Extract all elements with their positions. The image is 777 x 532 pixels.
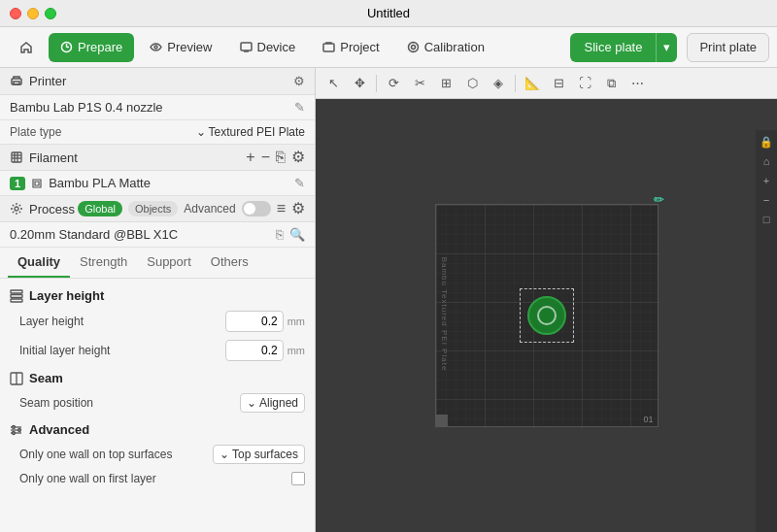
filament-edit-icon[interactable]: ✎ xyxy=(294,176,305,190)
tab-strength[interactable]: Strength xyxy=(70,248,137,278)
global-tag-button[interactable]: Global xyxy=(78,201,122,216)
advanced-icon xyxy=(10,423,23,437)
selection-box xyxy=(520,288,574,343)
filament-section-header: Filament + − ⎘ ⚙ xyxy=(0,145,315,171)
advanced-label: Advanced xyxy=(184,202,235,216)
objects-tag-button[interactable]: Objects xyxy=(128,201,178,216)
process-settings-button[interactable]: ⚙ xyxy=(291,201,305,216)
print-button[interactable]: Print plate xyxy=(687,33,769,62)
canvas-tool-slice[interactable]: ⧉ xyxy=(599,72,623,95)
home-button[interactable] xyxy=(8,33,45,62)
filament-settings-button[interactable]: ⚙ xyxy=(291,150,305,165)
project-label: Project xyxy=(340,40,379,54)
only-one-wall-dropdown[interactable]: ⌄ Top surfaces xyxy=(213,445,305,464)
preview-button[interactable]: Preview xyxy=(138,33,223,62)
canvas-tool-move[interactable]: ✥ xyxy=(348,72,371,95)
main-toolbar: Prepare Preview Device Project Calibrati… xyxy=(0,27,777,68)
profile-search-icon[interactable]: 🔍 xyxy=(289,227,305,242)
canvas-tool-measure[interactable]: 📐 xyxy=(521,72,544,95)
svg-rect-13 xyxy=(12,152,21,162)
tab-others-label: Others xyxy=(211,254,249,269)
minimize-button[interactable] xyxy=(27,8,39,19)
canvas-tool-cut[interactable]: ✂ xyxy=(408,72,431,95)
process-list-button[interactable]: ≡ xyxy=(277,201,286,216)
only-one-wall-label: Only one wall on top surfaces xyxy=(19,448,172,461)
print-bed[interactable]: Bambu Textured PEI Plate xyxy=(435,204,659,427)
filament-icon xyxy=(10,150,23,164)
printer-edit-icon[interactable]: ✎ xyxy=(294,100,305,115)
layer-height-input[interactable] xyxy=(225,311,284,332)
device-button[interactable]: Device xyxy=(228,33,308,62)
canvas-tool-select[interactable]: ↖ xyxy=(321,72,345,95)
tab-strength-label: Strength xyxy=(80,254,127,269)
tab-support-label: Support xyxy=(147,254,191,269)
add-filament-button[interactable]: + xyxy=(246,150,254,165)
seam-position-dropdown[interactable]: ⌄ Aligned xyxy=(240,393,305,413)
canvas-tool-fit[interactable]: ⛶ xyxy=(573,72,596,95)
tab-support[interactable]: Support xyxy=(137,248,201,278)
svg-point-3 xyxy=(154,46,157,49)
filament-name: Bambu PLA Matte xyxy=(49,176,151,190)
canvas-right-tools: 🔒 ⌂ + − □ xyxy=(756,130,777,532)
filament-type-icon xyxy=(31,178,43,189)
only-one-first-layer-checkbox[interactable] xyxy=(291,472,305,485)
canvas-tool-arrange[interactable]: ⊟ xyxy=(547,72,570,95)
main-content: Printer ⚙ Bambu Lab P1S 0.4 nozzle ✎ Pla… xyxy=(0,68,777,532)
project-button[interactable]: Project xyxy=(311,33,390,62)
seam-position-value: Aligned xyxy=(259,396,298,410)
calibration-label: Calibration xyxy=(424,40,485,54)
seam-group-header: Seam xyxy=(0,365,315,389)
print-label: Print plate xyxy=(699,40,757,54)
tab-quality[interactable]: Quality xyxy=(8,248,70,278)
process-icon xyxy=(10,202,23,216)
advanced-toggle[interactable] xyxy=(242,201,271,216)
close-button[interactable] xyxy=(10,8,21,19)
plate-type-value: Textured PEI Plate xyxy=(209,125,305,139)
initial-layer-height-input[interactable] xyxy=(225,340,284,361)
layer-height-unit: mm xyxy=(287,316,305,327)
layer-height-icon xyxy=(10,289,23,303)
side-tool-home[interactable]: ⌂ xyxy=(759,153,774,169)
edit-marker-icon: ✏ xyxy=(654,192,664,207)
maximize-button[interactable] xyxy=(45,8,56,19)
calibration-button[interactable]: Calibration xyxy=(395,33,496,62)
canvas-tool-modify[interactable]: ◈ xyxy=(487,72,510,95)
profile-row: 0.20mm Standard @BBL X1C ⎘ 🔍 xyxy=(0,222,315,248)
tab-quality-label: Quality xyxy=(17,254,60,269)
layer-height-value-group: mm xyxy=(225,311,305,332)
canvas-tool-more[interactable]: ⋯ xyxy=(625,72,649,95)
side-tool-ortho[interactable]: □ xyxy=(759,212,774,227)
seam-position-row: Seam position ⌄ Aligned xyxy=(0,389,315,416)
seam-group-label: Seam xyxy=(29,371,63,385)
svg-rect-21 xyxy=(11,299,22,302)
process-toggle-group: Global Objects Advanced ≡ ⚙ xyxy=(78,201,305,216)
plate-type-select[interactable]: ⌄ Textured PEI Plate xyxy=(196,125,305,139)
slice-button[interactable]: Slice plate xyxy=(570,33,656,62)
process-header-label: Process xyxy=(29,202,75,216)
svg-rect-20 xyxy=(11,294,22,297)
side-tool-lock[interactable]: 🔒 xyxy=(759,134,774,150)
printer-gear-icon[interactable]: ⚙ xyxy=(293,74,305,88)
side-tool-zoom-out[interactable]: − xyxy=(759,192,774,208)
process-header-left: Process xyxy=(10,202,75,216)
side-tool-zoom-in[interactable]: + xyxy=(759,173,774,188)
toggle-knob xyxy=(244,203,255,215)
initial-layer-height-row: Initial layer height mm xyxy=(0,336,315,365)
canvas-tool-orient[interactable]: ⟳ xyxy=(382,72,405,95)
prepare-button[interactable]: Prepare xyxy=(49,33,134,62)
right-panel: ↖ ✥ ⟳ ✂ ⊞ ⬡ ◈ 📐 ⊟ ⛶ ⧉ ⋯ ✏ xyxy=(316,68,777,532)
profile-copy-icon[interactable]: ⎘ xyxy=(276,227,284,242)
slice-dropdown-button[interactable]: ▾ xyxy=(656,33,677,62)
canvas-tool-place[interactable]: ⊞ xyxy=(434,72,457,95)
bed-side-label: Bambu Textured PEI Plate xyxy=(440,257,449,375)
canvas-area: ✏ xyxy=(316,99,777,532)
svg-rect-6 xyxy=(323,44,334,51)
preview-label: Preview xyxy=(167,40,212,54)
initial-layer-height-label: Initial layer height xyxy=(19,344,110,357)
settings-tabs: Quality Strength Support Others xyxy=(0,248,315,279)
tab-others[interactable]: Others xyxy=(201,248,258,278)
filament-copy-button[interactable]: ⎘ xyxy=(276,150,286,165)
remove-filament-button[interactable]: − xyxy=(261,150,270,165)
canvas-tool-support[interactable]: ⬡ xyxy=(460,72,484,95)
model-object[interactable] xyxy=(523,291,571,340)
